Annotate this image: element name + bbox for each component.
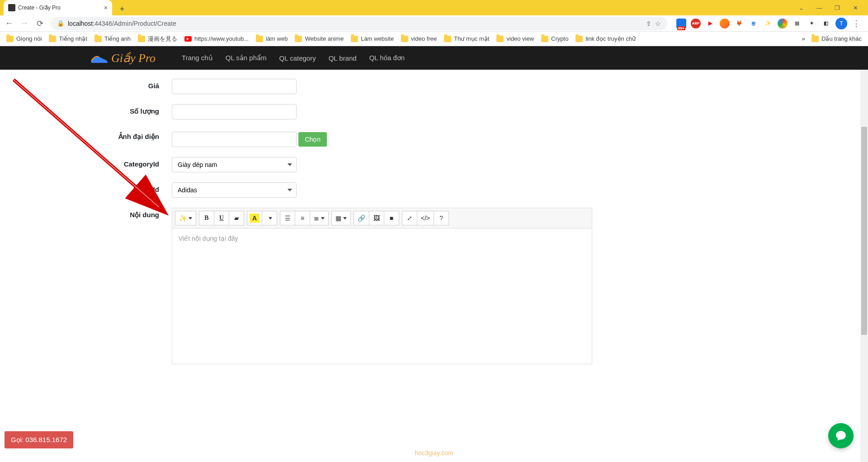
tab-close-icon[interactable]: × (104, 4, 108, 11)
star-icon[interactable]: ☆ (655, 20, 661, 27)
editor-underline-button[interactable]: U (214, 211, 229, 225)
play-icon[interactable]: ▶ (705, 19, 715, 29)
label-brand: BrandId (0, 182, 172, 193)
window-controls: ⌄ — ❐ ✕ (797, 0, 868, 15)
watermark-text: hoc3giay.com (415, 449, 453, 457)
bookmark-overflow[interactable]: » (802, 35, 805, 42)
bookmark-item[interactable]: video free (401, 35, 437, 42)
bookmark-item[interactable]: https://www.youtub... (184, 35, 249, 42)
label-price: Giá (0, 79, 172, 90)
choose-button[interactable]: Chọn (298, 132, 327, 147)
ext-icon-fox[interactable]: 🦊 (734, 19, 744, 29)
folder-icon (295, 36, 302, 42)
bookmark-other[interactable]: Dấu trang khác (811, 35, 862, 42)
ext-icon-blue[interactable]: 99+ (676, 19, 686, 29)
nav-link-invoice[interactable]: QL hóa đơn (369, 54, 405, 62)
folder-icon (94, 36, 102, 42)
bookmark-item[interactable]: 漫画を見る (138, 35, 177, 43)
reload-icon[interactable]: ⟳ (35, 19, 44, 29)
editor-help-button[interactable]: ? (434, 211, 449, 225)
folder-icon (496, 36, 504, 42)
call-badge[interactable]: Gọi: 036.815.1672 (5, 431, 73, 448)
editor-paragraph-button[interactable]: ≣ (310, 211, 329, 225)
bookmark-item[interactable]: Crypto (541, 35, 568, 42)
maximize-icon[interactable]: ❐ (833, 5, 842, 11)
folder-icon (444, 36, 451, 42)
editor-ol-button[interactable]: ≡ (295, 211, 310, 225)
menu-dots-icon[interactable]: ⋮ (852, 19, 861, 29)
form-row-avatar: Ảnh đại diện Chọn (0, 129, 860, 147)
chat-bubble-icon (835, 430, 847, 442)
ext-icon-grid[interactable]: ▦ (792, 19, 802, 29)
dropdown-icon[interactable]: ⌄ (797, 5, 806, 11)
editor-bold-button[interactable]: B (199, 211, 214, 225)
folder-icon (401, 36, 408, 42)
forward-icon[interactable]: → (20, 19, 29, 28)
bookmark-item[interactable]: Giọng nói (6, 35, 42, 42)
input-price[interactable] (172, 79, 297, 94)
editor-code-button[interactable]: </> (417, 211, 434, 225)
nav-link-brand[interactable]: QL brand (329, 54, 357, 62)
scrollbar-track[interactable] (860, 70, 868, 462)
bookmark-item[interactable]: video view (496, 35, 534, 42)
ext-icon-sparkle[interactable]: ✨ (763, 19, 773, 29)
list-ul-icon: ☰ (285, 214, 291, 222)
editor-style-button[interactable]: ✨ (175, 211, 196, 225)
close-window-icon[interactable]: ✕ (851, 5, 860, 11)
scrollbar-thumb[interactable] (861, 127, 867, 335)
ext-icon-shield[interactable]: ⛨ (749, 19, 759, 29)
form-row-category: CategoryId Giày dép nam (0, 157, 860, 172)
editor-table-button[interactable]: ▦ (331, 211, 351, 225)
editor-content-area[interactable]: Viết nội dụng tại đây (172, 229, 592, 364)
select-brand[interactable]: Adidas (172, 182, 297, 198)
extensions-puzzle-icon[interactable]: ✦ (807, 19, 816, 29)
nav-link-home[interactable]: Trang chủ (182, 54, 213, 62)
url-host: localhost: (68, 20, 94, 27)
ext-icon-orange[interactable] (720, 19, 730, 29)
folder-icon (351, 36, 358, 42)
nav-link-category[interactable]: QL category (279, 54, 316, 62)
bookmark-item[interactable]: làm web (256, 35, 288, 42)
ext-icon-gradient[interactable] (778, 19, 788, 29)
bookmark-item[interactable]: link đọc truyện chữ (576, 35, 636, 42)
abp-icon[interactable]: ABP (691, 19, 701, 29)
extension-icons: 99+ ABP ▶ 🦊 ⛨ ✨ ▦ ✦ ◧ T ⋮ (674, 18, 863, 29)
browser-tab[interactable]: Create - Giầy Pro × (4, 0, 112, 15)
editor-color-dropdown[interactable] (262, 211, 277, 225)
bookmark-item[interactable]: Làm website (351, 35, 394, 42)
chat-fab-button[interactable] (828, 423, 854, 448)
form-row-quantity: Số lượng (0, 104, 860, 119)
sidepanel-icon[interactable]: ◧ (821, 19, 831, 29)
bookmark-item[interactable]: Thư mục mật (444, 35, 489, 42)
back-icon[interactable]: ← (5, 19, 14, 28)
editor-image-button[interactable]: 🖼 (369, 211, 384, 225)
editor-eraser-button[interactable]: ▰ (229, 211, 244, 225)
align-icon: ≣ (314, 214, 319, 222)
nav-link-products[interactable]: QL sản phẩm (226, 54, 267, 62)
input-quantity[interactable] (172, 104, 297, 119)
editor-color-button[interactable]: A (247, 211, 262, 225)
bookmark-item[interactable]: Website anime (295, 35, 344, 42)
editor-video-button[interactable]: ■ (384, 211, 399, 225)
logo-shoe-icon (90, 51, 108, 65)
form-row-brand: BrandId Adidas (0, 182, 860, 198)
editor-link-button[interactable]: 🔗 (354, 211, 369, 225)
minimize-icon[interactable]: — (815, 5, 824, 11)
select-category[interactable]: Giày dép nam (172, 157, 297, 172)
magic-wand-icon: ✨ (179, 214, 187, 222)
profile-avatar[interactable]: T (835, 18, 847, 29)
label-quantity: Số lượng (0, 104, 172, 115)
new-tab-button[interactable]: + (116, 3, 128, 15)
site-logo[interactable]: Giầy Pro (90, 51, 156, 65)
folder-icon (811, 36, 819, 42)
editor-fullscreen-button[interactable]: ⤢ (402, 211, 417, 225)
input-avatar[interactable] (172, 132, 297, 147)
editor-ul-button[interactable]: ☰ (280, 211, 295, 225)
bookmark-item[interactable]: Tiếng anh (94, 35, 131, 42)
page-content: Giá Số lượng Ảnh đại diện Chọn CategoryI… (0, 70, 860, 462)
bookmark-item[interactable]: Tiếng nhật (49, 35, 87, 42)
address-bar[interactable]: 🔒 localhost:44346/Admin/Product/Create ⇪… (51, 17, 667, 30)
lock-icon: 🔒 (57, 20, 64, 27)
folder-icon (576, 36, 583, 42)
share-icon[interactable]: ⇪ (646, 20, 651, 27)
